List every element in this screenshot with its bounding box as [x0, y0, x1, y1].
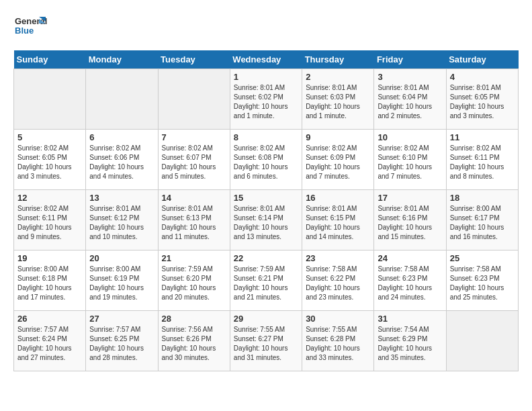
day-info: Sunrise: 7:58 AM Sunset: 6:23 PM Dayligh…	[450, 265, 515, 302]
calendar-cell: 13Sunrise: 8:01 AM Sunset: 6:12 PM Dayli…	[86, 190, 158, 250]
calendar-cell: 26Sunrise: 7:57 AM Sunset: 6:24 PM Dayli…	[14, 311, 86, 371]
day-number: 16	[306, 193, 370, 203]
days-header-row: SundayMondayTuesdayWednesdayThursdayFrid…	[14, 50, 519, 69]
calendar-cell: 31Sunrise: 7:54 AM Sunset: 6:29 PM Dayli…	[374, 311, 446, 371]
calendar-cell: 8Sunrise: 8:02 AM Sunset: 6:08 PM Daylig…	[230, 130, 302, 190]
day-number: 2	[306, 72, 370, 82]
page-header: General Blue	[13, 13, 519, 44]
day-info: Sunrise: 7:58 AM Sunset: 6:23 PM Dayligh…	[378, 265, 442, 302]
day-number: 18	[450, 193, 515, 203]
day-info: Sunrise: 8:00 AM Sunset: 6:18 PM Dayligh…	[17, 265, 82, 302]
day-number: 19	[17, 253, 82, 263]
day-number: 30	[306, 314, 370, 324]
day-number: 9	[306, 132, 370, 142]
day-info: Sunrise: 8:01 AM Sunset: 6:05 PM Dayligh…	[450, 83, 515, 121]
day-number: 25	[450, 253, 515, 263]
week-row-5: 26Sunrise: 7:57 AM Sunset: 6:24 PM Dayli…	[14, 311, 519, 371]
day-header-monday: Monday	[86, 50, 158, 69]
calendar-cell: 9Sunrise: 8:02 AM Sunset: 6:09 PM Daylig…	[302, 130, 374, 190]
svg-text:Blue: Blue	[15, 26, 34, 36]
day-header-sunday: Sunday	[14, 50, 86, 69]
week-row-1: 1Sunrise: 8:01 AM Sunset: 6:02 PM Daylig…	[14, 69, 519, 130]
calendar-cell	[158, 69, 230, 130]
week-row-4: 19Sunrise: 8:00 AM Sunset: 6:18 PM Dayli…	[14, 250, 519, 311]
day-number: 28	[162, 314, 226, 324]
day-info: Sunrise: 8:01 AM Sunset: 6:14 PM Dayligh…	[234, 204, 298, 242]
calendar-cell: 19Sunrise: 8:00 AM Sunset: 6:18 PM Dayli…	[14, 250, 86, 311]
day-info: Sunrise: 7:57 AM Sunset: 6:25 PM Dayligh…	[89, 325, 154, 363]
calendar-cell: 28Sunrise: 7:56 AM Sunset: 6:26 PM Dayli…	[158, 311, 230, 371]
day-info: Sunrise: 8:01 AM Sunset: 6:13 PM Dayligh…	[162, 204, 226, 242]
day-number: 22	[234, 253, 298, 263]
day-number: 23	[306, 253, 370, 263]
calendar-cell: 10Sunrise: 8:02 AM Sunset: 6:10 PM Dayli…	[374, 130, 446, 190]
day-info: Sunrise: 7:56 AM Sunset: 6:26 PM Dayligh…	[162, 325, 226, 363]
day-number: 31	[378, 314, 442, 324]
day-number: 7	[162, 132, 226, 142]
day-info: Sunrise: 8:01 AM Sunset: 6:04 PM Dayligh…	[378, 83, 442, 121]
calendar-cell: 3Sunrise: 8:01 AM Sunset: 6:04 PM Daylig…	[374, 69, 446, 130]
day-number: 3	[378, 72, 442, 82]
day-number: 8	[234, 132, 298, 142]
day-info: Sunrise: 8:01 AM Sunset: 6:12 PM Dayligh…	[89, 204, 154, 242]
calendar-cell: 17Sunrise: 8:01 AM Sunset: 6:16 PM Dayli…	[374, 190, 446, 250]
day-info: Sunrise: 8:02 AM Sunset: 6:09 PM Dayligh…	[306, 144, 370, 181]
calendar-cell: 24Sunrise: 7:58 AM Sunset: 6:23 PM Dayli…	[374, 250, 446, 311]
calendar-cell: 15Sunrise: 8:01 AM Sunset: 6:14 PM Dayli…	[230, 190, 302, 250]
calendar-cell: 16Sunrise: 8:01 AM Sunset: 6:15 PM Dayli…	[302, 190, 374, 250]
day-info: Sunrise: 8:02 AM Sunset: 6:11 PM Dayligh…	[450, 144, 515, 181]
day-info: Sunrise: 8:00 AM Sunset: 6:19 PM Dayligh…	[89, 265, 154, 302]
day-info: Sunrise: 7:58 AM Sunset: 6:22 PM Dayligh…	[306, 265, 370, 302]
day-info: Sunrise: 8:02 AM Sunset: 6:05 PM Dayligh…	[17, 144, 82, 181]
day-number: 11	[450, 132, 515, 142]
day-info: Sunrise: 7:55 AM Sunset: 6:27 PM Dayligh…	[234, 325, 298, 363]
calendar-cell: 20Sunrise: 8:00 AM Sunset: 6:19 PM Dayli…	[86, 250, 158, 311]
day-number: 12	[17, 193, 82, 203]
calendar-cell	[446, 311, 518, 371]
day-number: 24	[378, 253, 442, 263]
day-info: Sunrise: 7:59 AM Sunset: 6:20 PM Dayligh…	[162, 265, 226, 302]
day-info: Sunrise: 7:59 AM Sunset: 6:21 PM Dayligh…	[234, 265, 298, 302]
calendar-cell: 2Sunrise: 8:01 AM Sunset: 6:03 PM Daylig…	[302, 69, 374, 130]
calendar-cell	[86, 69, 158, 130]
calendar-cell: 4Sunrise: 8:01 AM Sunset: 6:05 PM Daylig…	[446, 69, 518, 130]
calendar-cell: 30Sunrise: 7:55 AM Sunset: 6:28 PM Dayli…	[302, 311, 374, 371]
day-number: 13	[89, 193, 154, 203]
day-header-thursday: Thursday	[302, 50, 374, 69]
day-info: Sunrise: 8:02 AM Sunset: 6:10 PM Dayligh…	[378, 144, 442, 181]
day-info: Sunrise: 8:01 AM Sunset: 6:16 PM Dayligh…	[378, 204, 442, 242]
day-number: 21	[162, 253, 226, 263]
calendar-cell: 25Sunrise: 7:58 AM Sunset: 6:23 PM Dayli…	[446, 250, 518, 311]
logo: General Blue	[13, 13, 47, 44]
week-row-3: 12Sunrise: 8:02 AM Sunset: 6:11 PM Dayli…	[14, 190, 519, 250]
day-number: 5	[17, 132, 82, 142]
day-number: 14	[162, 193, 226, 203]
day-info: Sunrise: 8:01 AM Sunset: 6:02 PM Dayligh…	[234, 83, 298, 121]
logo-svg: General Blue	[13, 13, 47, 44]
calendar-table: SundayMondayTuesdayWednesdayThursdayFrid…	[13, 50, 519, 371]
day-header-tuesday: Tuesday	[158, 50, 230, 69]
day-info: Sunrise: 7:54 AM Sunset: 6:29 PM Dayligh…	[378, 325, 442, 363]
calendar-cell: 14Sunrise: 8:01 AM Sunset: 6:13 PM Dayli…	[158, 190, 230, 250]
week-row-2: 5Sunrise: 8:02 AM Sunset: 6:05 PM Daylig…	[14, 130, 519, 190]
calendar-cell: 1Sunrise: 8:01 AM Sunset: 6:02 PM Daylig…	[230, 69, 302, 130]
day-number: 29	[234, 314, 298, 324]
day-number: 4	[450, 72, 515, 82]
day-number: 20	[89, 253, 154, 263]
calendar-cell: 5Sunrise: 8:02 AM Sunset: 6:05 PM Daylig…	[14, 130, 86, 190]
calendar-cell: 6Sunrise: 8:02 AM Sunset: 6:06 PM Daylig…	[86, 130, 158, 190]
calendar-cell: 23Sunrise: 7:58 AM Sunset: 6:22 PM Dayli…	[302, 250, 374, 311]
calendar-cell: 11Sunrise: 8:02 AM Sunset: 6:11 PM Dayli…	[446, 130, 518, 190]
day-number: 1	[234, 72, 298, 82]
day-header-wednesday: Wednesday	[230, 50, 302, 69]
day-number: 15	[234, 193, 298, 203]
day-number: 6	[89, 132, 154, 142]
calendar-cell	[14, 69, 86, 130]
day-info: Sunrise: 8:01 AM Sunset: 6:15 PM Dayligh…	[306, 204, 370, 242]
day-number: 17	[378, 193, 442, 203]
day-header-friday: Friday	[374, 50, 446, 69]
calendar-cell: 18Sunrise: 8:00 AM Sunset: 6:17 PM Dayli…	[446, 190, 518, 250]
day-info: Sunrise: 7:55 AM Sunset: 6:28 PM Dayligh…	[306, 325, 370, 363]
day-info: Sunrise: 8:02 AM Sunset: 6:07 PM Dayligh…	[162, 144, 226, 181]
calendar-cell: 21Sunrise: 7:59 AM Sunset: 6:20 PM Dayli…	[158, 250, 230, 311]
